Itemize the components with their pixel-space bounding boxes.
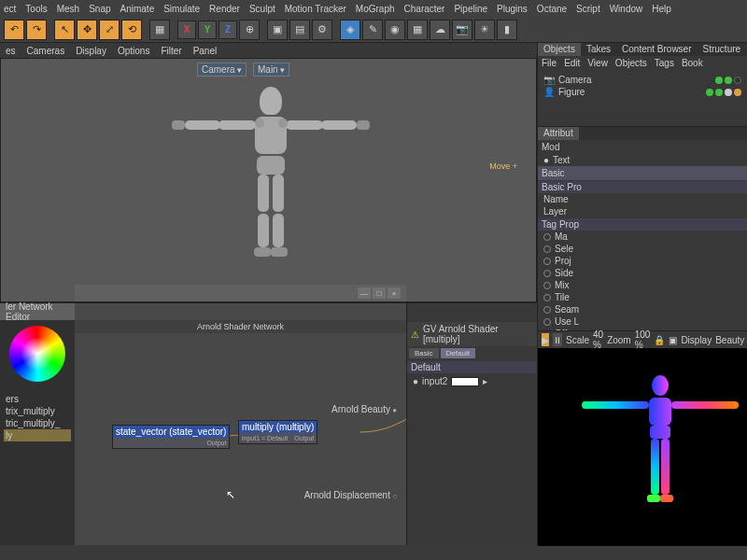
radio-icon[interactable] bbox=[543, 233, 551, 241]
node-graph-canvas[interactable]: — □ × Arnold Shader Network state_vector… bbox=[75, 303, 406, 545]
window-minimize[interactable]: — bbox=[358, 287, 371, 299]
vp-menu[interactable]: es bbox=[6, 46, 16, 56]
rotate-tool[interactable]: ⟲ bbox=[121, 20, 142, 40]
menu-item[interactable]: Motion Tracker bbox=[285, 4, 346, 14]
node-input[interactable]: input1 = Default bbox=[242, 435, 288, 441]
camera-dropdown[interactable]: Camera ▾ bbox=[197, 63, 247, 77]
panel-menu-item[interactable]: Book bbox=[682, 58, 703, 68]
list-item[interactable]: trix_multiply bbox=[4, 405, 71, 417]
view-dropdown[interactable]: Main ▾ bbox=[253, 63, 289, 77]
menu-item[interactable]: Mesh bbox=[57, 4, 79, 14]
radio-icon[interactable] bbox=[543, 306, 551, 314]
render-settings[interactable]: ⚙ bbox=[312, 20, 332, 40]
tag-tool[interactable]: ▮ bbox=[497, 20, 517, 40]
mode-menu[interactable]: Mod bbox=[542, 142, 559, 152]
fit-icon[interactable]: ▣ bbox=[669, 335, 677, 345]
expand-icon[interactable]: ▸ bbox=[483, 376, 487, 386]
menu-item[interactable]: Sculpt bbox=[249, 4, 275, 14]
menu-item[interactable]: Help bbox=[652, 4, 671, 14]
node-output[interactable]: Output bbox=[206, 440, 226, 446]
radio-icon[interactable] bbox=[543, 294, 551, 301]
move-tool[interactable]: ✥ bbox=[77, 20, 97, 40]
spline-tool[interactable]: ✎ bbox=[362, 20, 383, 40]
window-maximize[interactable]: □ bbox=[373, 287, 386, 299]
cube-primitive[interactable]: ◈ bbox=[340, 20, 360, 40]
panel-menu-item[interactable]: Tags bbox=[655, 58, 674, 68]
node-output[interactable]: Output bbox=[294, 435, 314, 441]
object-row-figure[interactable]: 👤 Figure bbox=[543, 86, 741, 98]
play-button[interactable]: ▶ bbox=[542, 333, 549, 346]
list-item[interactable]: tric_multiply_ bbox=[4, 417, 71, 429]
menu-item[interactable]: Pipeline bbox=[454, 4, 487, 14]
menu-item[interactable]: Simulate bbox=[163, 4, 200, 14]
arnold-displacement-output[interactable]: Arnold Displacement ○ bbox=[304, 490, 397, 500]
render-view[interactable] bbox=[538, 348, 747, 546]
menu-item[interactable]: Render bbox=[209, 4, 240, 14]
menu-item[interactable]: ect bbox=[4, 4, 16, 14]
tab-objects[interactable]: Objects bbox=[538, 43, 581, 56]
tab-basic[interactable]: Basic bbox=[538, 166, 747, 180]
tab-default[interactable]: Default bbox=[441, 348, 475, 358]
arnold-beauty-output[interactable]: Arnold Beauty ● bbox=[331, 404, 397, 414]
render-button[interactable]: ▣ bbox=[267, 20, 288, 40]
radio-icon[interactable] bbox=[543, 270, 551, 277]
tab-structure[interactable]: Structure bbox=[698, 43, 747, 56]
menu-item[interactable]: Script bbox=[576, 4, 600, 14]
lock-icon[interactable]: 🔒 bbox=[654, 335, 665, 345]
axis-z-toggle[interactable]: Z bbox=[218, 21, 237, 39]
panel-menu-item[interactable]: Edit bbox=[564, 58, 580, 68]
menu-item[interactable]: Character bbox=[404, 4, 445, 14]
menu-item[interactable]: Plugins bbox=[497, 4, 528, 14]
vp-menu[interactable]: Panel bbox=[193, 46, 218, 56]
color-wheel[interactable] bbox=[9, 326, 65, 382]
vp-menu[interactable]: Cameras bbox=[27, 46, 65, 56]
coord-toggle[interactable]: ⊕ bbox=[239, 20, 260, 40]
undo-button[interactable]: ↶ bbox=[4, 20, 24, 40]
tab-takes[interactable]: Takes bbox=[581, 43, 616, 56]
menu-item[interactable]: MoGraph bbox=[356, 4, 395, 14]
axis-y-toggle[interactable]: Y bbox=[198, 21, 217, 39]
object-row-camera[interactable]: 📷 Camera bbox=[543, 74, 741, 86]
perspective-viewport[interactable]: Camera ▾ Main ▾ Move + bbox=[0, 58, 537, 302]
scale-tool[interactable]: ⤢ bbox=[99, 20, 120, 40]
radio-icon[interactable] bbox=[543, 282, 551, 289]
menu-item[interactable]: Animate bbox=[120, 4, 155, 14]
radio-icon[interactable] bbox=[543, 245, 551, 253]
recent-tool[interactable]: ▦ bbox=[149, 20, 170, 40]
display-mode[interactable]: Beauty bbox=[715, 335, 744, 345]
menu-item[interactable]: Octane bbox=[537, 4, 567, 14]
scale-value[interactable]: 40 % bbox=[593, 329, 603, 350]
panel-menu-item[interactable]: Objects bbox=[615, 58, 647, 68]
pause-button[interactable]: ⏸ bbox=[553, 333, 562, 346]
select-tool[interactable]: ↖ bbox=[54, 20, 75, 40]
panel-menu-item[interactable]: File bbox=[542, 58, 557, 68]
display-label: Display bbox=[681, 335, 712, 345]
light-tool[interactable]: ☀ bbox=[474, 20, 495, 40]
list-item-selected[interactable]: ly bbox=[4, 429, 71, 441]
camera-tool[interactable]: 📷 bbox=[452, 20, 472, 40]
tab-basic[interactable]: Basic bbox=[409, 348, 439, 358]
deformer-tool[interactable]: ▦ bbox=[407, 20, 428, 40]
state-vector-node[interactable]: state_vector (state_vector) Output bbox=[112, 425, 230, 449]
vp-menu[interactable]: Display bbox=[76, 46, 106, 56]
render-region[interactable]: ▤ bbox=[289, 20, 310, 40]
window-close[interactable]: × bbox=[388, 287, 401, 299]
zoom-value[interactable]: 100 % bbox=[635, 329, 651, 350]
menu-item[interactable]: Window bbox=[610, 4, 643, 14]
color-swatch[interactable] bbox=[451, 377, 479, 386]
menu-item[interactable]: Snap bbox=[89, 4, 110, 14]
menu-item[interactable]: Tools bbox=[25, 4, 47, 14]
tab-content-browser[interactable]: Content Browser bbox=[616, 43, 697, 56]
radio-icon[interactable] bbox=[543, 258, 551, 265]
tab-attributes[interactable]: Attribut bbox=[538, 127, 579, 140]
vp-menu[interactable]: Filter bbox=[161, 46, 181, 56]
generator-tool[interactable]: ◉ bbox=[385, 20, 405, 40]
redo-button[interactable]: ↷ bbox=[26, 20, 47, 40]
vp-menu[interactable]: Options bbox=[118, 46, 149, 56]
radio-icon[interactable] bbox=[543, 318, 551, 326]
axis-x-toggle[interactable]: X bbox=[177, 21, 196, 39]
environment-tool[interactable]: ☁ bbox=[430, 20, 450, 40]
panel-menu-item[interactable]: View bbox=[587, 58, 608, 68]
multiply-node[interactable]: multiply (multiply) input1 = Default Out… bbox=[238, 420, 317, 444]
mannequin-figure[interactable] bbox=[148, 77, 390, 283]
